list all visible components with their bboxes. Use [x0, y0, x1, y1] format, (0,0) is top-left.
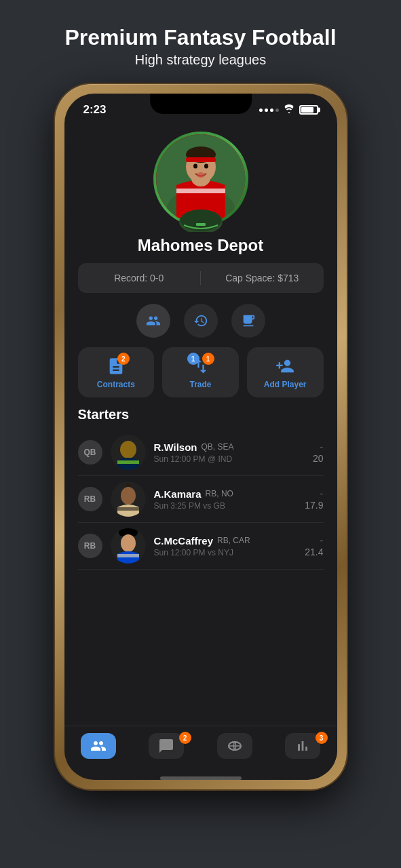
score-dash: -: [320, 488, 323, 499]
phone-frame: 2:23: [55, 84, 347, 789]
player-pos-team: QB, SEA: [202, 442, 234, 452]
player-name-row: C.McCaffrey RB, CAR: [154, 535, 297, 547]
trade-label: Trade: [190, 380, 212, 389]
player-avatar-mccaffrey: [111, 528, 146, 564]
player-avatar-wilson: [111, 435, 146, 470]
page-title: Premium Fantasy Football: [64, 26, 336, 50]
roster-icon-btn[interactable]: [136, 304, 170, 338]
stats-bar: Record: 0-0 Cap Space: $713: [78, 263, 324, 293]
big-actions-row: 2 Contracts 1 1: [78, 347, 324, 397]
svg-rect-5: [186, 157, 216, 162]
player-score-mccaffrey: - 21.4: [305, 534, 323, 557]
phone-notch: [150, 94, 252, 114]
tab-roster[interactable]: [64, 733, 133, 759]
page-subtitle: High strategy leagues: [64, 52, 336, 68]
svg-point-7: [204, 164, 208, 169]
header-section: Premium Fantasy Football High strategy l…: [51, 0, 349, 84]
trade-badge-right: 1: [202, 353, 214, 365]
svg-point-18: [121, 534, 136, 552]
signal-icon: [259, 108, 279, 112]
status-time: 2:23: [83, 103, 107, 117]
player-avatar-kamara: [111, 481, 146, 517]
contracts-badge: 2: [117, 353, 130, 365]
chat-badge: 2: [179, 732, 191, 744]
svg-point-13: [120, 441, 136, 458]
record-stat: Record: 0-0: [100, 273, 179, 283]
position-badge-rb2: RB: [78, 534, 102, 558]
battery-icon: [299, 105, 318, 115]
history-icon-btn[interactable]: [184, 304, 218, 338]
player-row[interactable]: RB A.Kamara RB, NO: [78, 476, 324, 523]
player-info-mccaffrey: C.McCaffrey RB, CAR Sun 12:00 PM vs NYJ: [154, 535, 297, 557]
helmet-decoration: [177, 208, 225, 232]
stat-divider: [200, 271, 201, 285]
cap-space-stat: Cap Space: $713: [223, 273, 302, 283]
position-badge-qb: QB: [78, 440, 102, 465]
score-value: 20: [313, 453, 324, 464]
screen-content: Mahomes Depot Record: 0-0 Cap Space: $71…: [64, 121, 337, 726]
player-name-row: A.Kamara RB, NO: [154, 488, 297, 500]
news-icon-btn[interactable]: [231, 304, 265, 338]
tab-chat[interactable]: 2: [132, 733, 201, 759]
player-row[interactable]: RB C.McCaffrey RB, CAR: [78, 523, 324, 570]
svg-rect-11: [196, 223, 206, 226]
starters-title: Starters: [78, 407, 324, 422]
player-game: Sun 3:25 PM vs GB: [154, 501, 297, 511]
contracts-icon: 2: [105, 355, 127, 377]
roster-tab-icon: [81, 733, 116, 759]
player-name-row: R.Wilson QB, SEA: [154, 441, 305, 453]
trade-icon: 1 1: [190, 355, 212, 377]
score-value: 17.9: [305, 500, 323, 511]
player-score-kamara: - 17.9: [305, 488, 323, 511]
player-pos-team: RB, CAR: [217, 536, 250, 545]
stats-badge: 3: [316, 732, 328, 744]
player-name: R.Wilson: [154, 441, 197, 453]
player-info-wilson: R.Wilson QB, SEA Sun 12:00 PM @ IND: [154, 441, 305, 464]
score-dash: -: [320, 534, 323, 546]
starters-section: Starters QB R.Wilson: [78, 407, 324, 570]
icon-actions-row: [136, 304, 265, 338]
status-icons: [259, 104, 318, 116]
svg-point-8: [197, 172, 205, 178]
player-row[interactable]: QB R.Wilson QB, SEA: [78, 429, 324, 476]
team-name: Mahomes Depot: [138, 236, 263, 255]
player-pos-team: RB, NO: [206, 489, 233, 498]
tab-stats[interactable]: 3: [269, 733, 337, 759]
home-indicator: [160, 776, 242, 780]
player-name: A.Kamara: [154, 488, 202, 500]
wifi-icon: [283, 104, 295, 116]
scores-tab-icon: [217, 733, 252, 759]
player-score-wilson: - 20: [313, 441, 324, 464]
player-name: C.McCaffrey: [154, 535, 214, 547]
position-badge-rb1: RB: [78, 487, 102, 511]
tab-bar: 2: [64, 726, 337, 772]
team-avatar: [153, 132, 248, 226]
contracts-button[interactable]: 2 Contracts: [78, 347, 155, 397]
trade-badge-left: 1: [187, 353, 199, 365]
add-player-button[interactable]: Add Player: [247, 347, 324, 397]
add-player-label: Add Player: [264, 380, 307, 389]
tab-scores[interactable]: [201, 733, 269, 759]
phone-screen: 2:23: [64, 94, 337, 780]
contracts-label: Contracts: [97, 380, 135, 389]
trade-button[interactable]: 1 1 Trade: [162, 347, 239, 397]
score-dash: -: [320, 441, 323, 452]
add-player-icon: [274, 355, 296, 377]
score-value: 21.4: [305, 547, 323, 557]
svg-point-15: [121, 487, 136, 505]
player-game: Sun 12:00 PM @ IND: [154, 454, 305, 464]
svg-point-6: [193, 164, 197, 169]
player-game: Sun 12:00 PM vs NYJ: [154, 548, 297, 557]
player-info-kamara: A.Kamara RB, NO Sun 3:25 PM vs GB: [154, 488, 297, 511]
